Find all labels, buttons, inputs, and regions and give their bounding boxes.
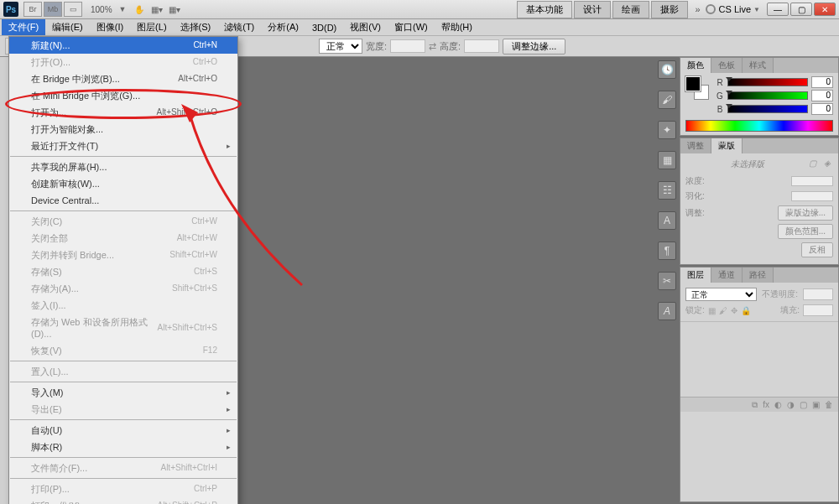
menu-separator xyxy=(10,457,237,458)
hand-tool-icon[interactable]: ✋ xyxy=(132,3,147,16)
lock-all-icon[interactable]: 🔒 xyxy=(741,306,751,315)
tab-styles[interactable]: 样式 xyxy=(743,58,774,73)
workspace-tab-basic[interactable]: 基本功能 xyxy=(517,1,572,18)
para-panel-icon[interactable]: ¶ xyxy=(658,242,676,260)
tab-layers[interactable]: 图层 xyxy=(680,268,711,283)
opacity-input[interactable] xyxy=(803,288,833,300)
menu-item[interactable]: 共享我的屏幕(H)... xyxy=(9,158,237,175)
menu-analysis[interactable]: 分析(A) xyxy=(261,19,305,35)
window-maximize[interactable]: ▢ xyxy=(790,3,812,16)
menu-item-shortcut: Alt+Shift+Ctrl+P xyxy=(158,500,217,504)
tab-mask[interactable]: 蒙版 xyxy=(711,138,743,153)
menu-help[interactable]: 帮助(H) xyxy=(435,19,479,35)
tools-panel-icon[interactable]: ✂ xyxy=(658,272,676,290)
char-panel-icon[interactable]: A xyxy=(658,211,676,230)
menu-item[interactable]: 在 Mini Bridge 中浏览(G)... xyxy=(9,87,237,104)
menu-filter[interactable]: 滤镜(T) xyxy=(217,19,261,35)
screen-mode-button[interactable]: ▭ xyxy=(64,2,82,17)
r-value[interactable]: 0 xyxy=(811,76,833,88)
menu-layer[interactable]: 图层(L) xyxy=(130,19,173,35)
arrange-icon[interactable]: ▦▾ xyxy=(149,3,164,16)
menu-item-shortcut: Shift+Ctrl+S xyxy=(172,283,217,294)
lock-move-icon[interactable]: ✥ xyxy=(731,306,737,315)
zoom-level[interactable]: 100% xyxy=(91,5,112,14)
b-value[interactable]: 0 xyxy=(811,103,833,115)
width-input[interactable] xyxy=(390,39,425,53)
menu-view[interactable]: 视图(V) xyxy=(343,19,388,35)
menu-item[interactable]: 打开为智能对象... xyxy=(9,121,237,138)
swatch-panel-icon[interactable]: ▦ xyxy=(658,151,676,169)
workspace-more-icon[interactable]: » xyxy=(695,4,700,14)
window-close[interactable]: ✕ xyxy=(814,3,836,16)
color-swatches[interactable] xyxy=(685,76,709,100)
menu-item[interactable]: 脚本(R) xyxy=(9,439,237,455)
history-panel-icon[interactable]: 🕓 xyxy=(658,60,676,79)
menu-item[interactable]: 导入(M) xyxy=(9,384,237,401)
swap-icon[interactable]: ⇄ xyxy=(429,41,436,52)
r-label: R xyxy=(716,78,724,87)
menu-item-shortcut: Ctrl+O xyxy=(193,56,217,68)
g-value[interactable]: 0 xyxy=(811,90,833,101)
extras-icon[interactable]: ▦▾ xyxy=(167,3,182,16)
menu-item[interactable]: 最近打开文件(T) xyxy=(9,138,237,154)
delete-layer-icon[interactable]: 🗑 xyxy=(825,400,833,409)
blend-mode-select[interactable]: 正常 xyxy=(685,288,757,301)
link-layers-icon[interactable]: ⧉ xyxy=(752,400,758,410)
r-slider[interactable] xyxy=(727,78,808,86)
minibridge-button[interactable]: Mb xyxy=(44,2,62,17)
refine-edge-button[interactable]: 调整边缘... xyxy=(503,39,565,55)
menu-item[interactable]: 在 Bridge 中浏览(B)...Alt+Ctrl+O xyxy=(9,70,237,87)
nav-panel-icon[interactable]: ☷ xyxy=(658,181,676,200)
lock-paint-icon[interactable]: 🖌 xyxy=(719,306,727,315)
mask-edge-button[interactable]: 蒙版边缘... xyxy=(778,205,833,221)
clone-panel-icon[interactable]: ✦ xyxy=(658,121,676,139)
feather-slider[interactable] xyxy=(791,191,833,201)
tab-paths[interactable]: 路径 xyxy=(743,268,774,283)
density-slider[interactable] xyxy=(791,176,833,186)
workspace-tab-paint[interactable]: 绘画 xyxy=(612,1,649,18)
window-minimize[interactable]: — xyxy=(767,3,789,16)
menu-item-label: 关闭并转到 Bridge... xyxy=(31,249,114,261)
lock-trans-icon[interactable]: ▦ xyxy=(708,306,716,315)
fill-input[interactable] xyxy=(803,304,833,316)
menu-3d[interactable]: 3D(D) xyxy=(305,21,343,34)
height-input[interactable] xyxy=(464,39,499,53)
layer-mask-icon[interactable]: ◐ xyxy=(774,400,782,409)
b-slider[interactable] xyxy=(727,105,808,113)
menu-item[interactable]: 新建(N)...Ctrl+N xyxy=(9,37,237,54)
menu-item[interactable]: 打开为...Alt+Shift+Ctrl+O xyxy=(9,104,237,121)
mode-select[interactable]: 正常 xyxy=(319,39,362,54)
g-slider[interactable] xyxy=(727,91,808,100)
menu-image[interactable]: 图像(I) xyxy=(90,19,130,35)
tab-channels[interactable]: 通道 xyxy=(711,268,743,283)
tab-swatches[interactable]: 色板 xyxy=(711,58,743,73)
menu-item[interactable]: 创建新审核(W)... xyxy=(9,175,237,192)
mask-type-icons[interactable]: ▢ ◈ xyxy=(809,158,833,168)
bridge-button[interactable]: Br xyxy=(23,2,42,17)
menu-file[interactable]: 文件(F) xyxy=(2,19,45,35)
menu-edit[interactable]: 编辑(E) xyxy=(45,19,90,35)
titlebar: Ps Br Mb ▭ 100% ▼ ✋ ▦▾ ▦▾ 基本功能 设计 绘画 摄影 … xyxy=(0,0,839,19)
tab-adjust[interactable]: 调整 xyxy=(680,138,711,153)
menu-window[interactable]: 窗口(W) xyxy=(388,19,435,35)
tab-color[interactable]: 颜色 xyxy=(680,58,711,73)
text-panel-icon[interactable]: A xyxy=(658,302,676,320)
menu-separator xyxy=(10,361,237,361)
menu-select[interactable]: 选择(S) xyxy=(174,19,218,35)
invert-button[interactable]: 反相 xyxy=(801,242,833,257)
workspace-tab-photo[interactable]: 摄影 xyxy=(651,1,688,18)
new-adj-icon[interactable]: ◑ xyxy=(787,400,795,409)
new-group-icon[interactable]: ▢ xyxy=(800,400,807,409)
menu-item: 打印(P)...Ctrl+P xyxy=(9,481,237,497)
menu-item[interactable]: Device Central... xyxy=(9,192,237,209)
brush-panel-icon[interactable]: 🖌 xyxy=(658,91,676,109)
menu-item[interactable]: 自动(U) xyxy=(9,422,237,439)
right-dock: 🕓 🖌 ✦ ▦ ☷ A ¶ ✂ A 颜色 色板 样式 xyxy=(654,57,839,504)
layer-fx-icon[interactable]: fx xyxy=(763,400,769,409)
foreground-color[interactable] xyxy=(685,76,701,91)
workspace-tab-design[interactable]: 设计 xyxy=(574,1,611,18)
new-layer-icon[interactable]: ▣ xyxy=(812,400,820,409)
hue-bar[interactable] xyxy=(685,120,833,132)
color-range-button[interactable]: 颜色范围... xyxy=(778,224,833,239)
cslive-button[interactable]: CS Live ▼ xyxy=(706,4,760,14)
